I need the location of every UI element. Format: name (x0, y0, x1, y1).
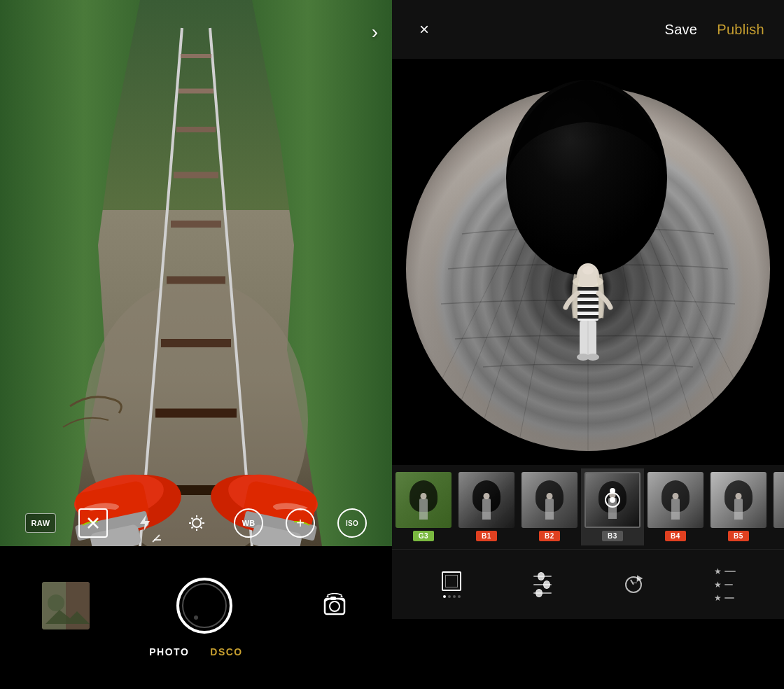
frame-tool-button[interactable] (434, 567, 469, 602)
filter-b3-label: B3 (602, 531, 623, 541)
filter-b3-thumb (584, 472, 640, 528)
history-tool-button[interactable] (616, 567, 651, 602)
filter-b1[interactable]: B1 (455, 468, 518, 545)
svg-point-26 (192, 519, 201, 527)
top-actions: Save Publish (665, 22, 765, 38)
filter-b4-thumb (648, 472, 704, 528)
flip-camera-button[interactable] (319, 590, 350, 621)
filter-strip: G3 B1 B2 (392, 465, 784, 549)
filter-b5-thumb (710, 472, 766, 528)
filter-b4-label: B4 (665, 531, 686, 541)
ev-button[interactable]: + (286, 508, 315, 538)
exposure-button[interactable] (182, 508, 211, 538)
filter-b1-thumb (458, 472, 514, 528)
main-image (392, 59, 784, 451)
filter-g3-label: G3 (413, 531, 434, 541)
mode-selector: PHOTO DSCO (149, 646, 242, 657)
filter-b5-label: B5 (728, 531, 749, 541)
x-button[interactable] (78, 508, 108, 538)
svg-rect-68 (392, 59, 784, 73)
iso-button[interactable]: ISO (337, 508, 367, 538)
svg-point-40 (330, 601, 340, 611)
edit-top-bar: × Save Publish (392, 0, 784, 59)
svg-line-34 (192, 527, 193, 529)
filter-b2-thumb (522, 472, 578, 528)
next-arrow[interactable]: › (372, 21, 378, 43)
filter-b4[interactable]: B4 (644, 468, 707, 545)
save-button[interactable]: Save (665, 22, 698, 38)
svg-rect-67 (392, 59, 784, 451)
edit-bottom-toolbar: ★ ★ ★ (392, 549, 784, 619)
viewfinder-controls: RAW (0, 508, 392, 538)
filter-b6-thumb (774, 472, 784, 528)
shutter-button[interactable] (176, 578, 232, 634)
flash-button[interactable] (130, 508, 160, 538)
viewfinder: › RAW (0, 0, 392, 546)
photo-thumbnail[interactable] (42, 582, 90, 629)
svg-line-33 (201, 518, 202, 520)
raw-button[interactable]: RAW (25, 513, 56, 533)
filter-b3-selected-indicator (610, 488, 615, 494)
filter-b2-label: B2 (539, 531, 560, 541)
filter-b5[interactable]: B5 (707, 468, 770, 545)
camera-panel: › RAW (0, 0, 392, 689)
dsco-mode-label[interactable]: DSCO (210, 646, 242, 657)
adjust-tool-button[interactable] (525, 567, 560, 602)
svg-point-37 (48, 594, 64, 611)
filter-b6[interactable]: B6 (770, 468, 784, 545)
camera-bottom-bar: PHOTO DSCO (0, 546, 392, 689)
shutter-inner (182, 583, 227, 628)
svg-line-32 (201, 527, 202, 529)
filter-b1-label: B1 (476, 531, 497, 541)
filter-b3[interactable]: B3 (581, 468, 644, 545)
camera-controls-row (0, 578, 392, 634)
wb-button[interactable]: WB (234, 508, 263, 538)
presets-tool-button[interactable]: ★ ★ ★ (707, 567, 742, 602)
filter-b2[interactable]: B2 (518, 468, 581, 545)
close-button[interactable]: × (412, 17, 437, 42)
spacer (392, 451, 784, 465)
photo-mode-label[interactable]: PHOTO (149, 646, 189, 657)
publish-button[interactable]: Publish (717, 22, 764, 38)
filter-g3[interactable]: G3 (392, 468, 455, 545)
filter-g3-thumb (396, 472, 451, 528)
svg-line-31 (192, 518, 193, 520)
edit-panel: × Save Publish (392, 0, 784, 689)
